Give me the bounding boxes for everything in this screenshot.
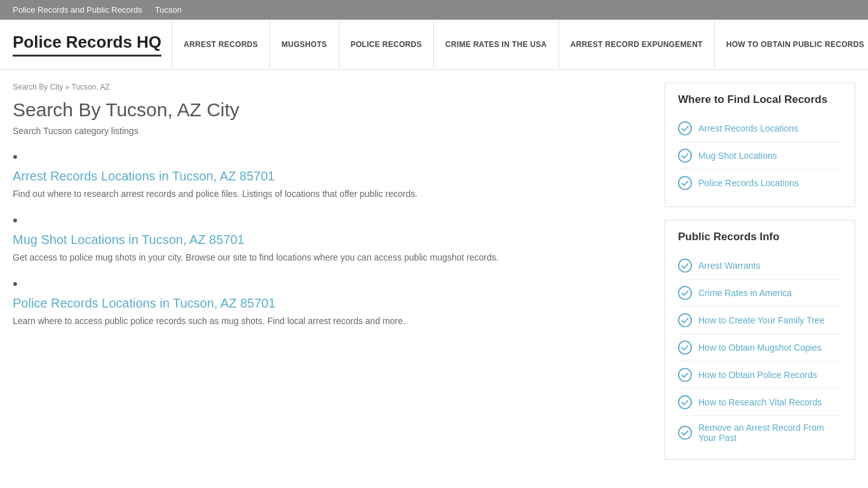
bullet-2: • [13,212,646,229]
local-link-mug-shots[interactable]: Mug Shot Locations [698,151,777,161]
main-container: Search By City » Tucson, AZ Search By Tu… [0,70,868,488]
top-bar: Police Records and Public Records Tucson [0,0,868,20]
info-link-warrants[interactable]: Arrest Warrants [698,261,761,271]
header: Police Records HQ ARREST RECORDS MUGSHOT… [0,20,868,70]
bullet-1: • [13,149,646,165]
logo-text: Police Records HQ [13,32,161,57]
entry-title-3[interactable]: Police Records Locations in Tucson, AZ 8… [13,296,646,311]
svg-point-6 [679,341,691,354]
nav-mugshots[interactable]: MUGSHOTS [270,21,339,68]
svg-point-1 [679,149,691,162]
info-link-remove-arrest[interactable]: Remove an Arrest Record From Your Past [698,423,842,443]
svg-point-8 [679,396,691,409]
check-icon-2 [678,149,692,163]
check-icon-9 [678,395,692,409]
nav-crime-rates[interactable]: CRIME RATES IN THE USA [434,21,559,68]
entry-title-1[interactable]: Arrest Records Locations in Tucson, AZ 8… [13,169,646,184]
local-link-police-records[interactable]: Police Records Locations [698,178,799,188]
check-icon-5 [678,286,692,300]
info-link-family-tree[interactable]: How to Create Your Family Tree [698,315,824,325]
breadcrumb-separator: » [65,83,72,92]
nav-expungement[interactable]: ARREST RECORD EXPUNGEMENT [559,21,715,68]
check-icon-10 [678,426,692,440]
check-icon-6 [678,313,692,327]
svg-point-9 [679,426,691,439]
svg-point-3 [679,259,691,272]
local-link-1[interactable]: Arrest Records Locations [678,115,842,142]
topbar-link-tucson[interactable]: Tucson [155,5,182,15]
check-icon-3 [678,176,692,190]
local-link-2[interactable]: Mug Shot Locations [678,142,842,170]
check-icon-7 [678,341,692,355]
local-records-title: Where to Find Local Records [678,93,842,106]
bullet-dot-2: • [13,212,18,228]
breadcrumb-parent[interactable]: Search By City [13,83,63,92]
sidebar: Where to Find Local Records Arrest Recor… [665,83,855,473]
entry-desc-1: Find out where to research arrest record… [13,187,646,201]
info-link-2[interactable]: Crime Rates in America [678,280,842,307]
svg-point-0 [679,122,691,135]
info-link-4[interactable]: How to Obtain Mugshot Copies [678,334,842,362]
content-area: Search By City » Tucson, AZ Search By Tu… [13,83,646,473]
nav-police-records[interactable]: POLICE RECORDS [339,21,434,68]
public-records-title: Public Records Info [678,231,842,243]
breadcrumb-current: Tucson, AZ [72,83,110,92]
info-link-7[interactable]: Remove an Arrest Record From Your Past [678,416,842,449]
info-link-vital-records[interactable]: How to Research Vital Records [698,397,822,407]
entry-title-2[interactable]: Mug Shot Locations in Tucson, AZ 85701 [13,233,646,247]
nav-obtain-records[interactable]: HOW TO OBTAIN PUBLIC RECORDS [715,21,868,68]
page-title: Search By Tucson, AZ City [13,99,646,121]
bullet-3: • [13,276,646,292]
info-link-mugshot-copies[interactable]: How to Obtain Mugshot Copies [698,342,822,353]
bullet-dot-3: • [13,276,18,292]
breadcrumb: Search By City » Tucson, AZ [13,83,646,92]
local-records-box: Where to Find Local Records Arrest Recor… [665,83,855,207]
entry-desc-2: Get access to police mug shots in your c… [13,251,646,264]
local-link-arrest-records[interactable]: Arrest Records Locations [698,123,798,133]
local-link-3[interactable]: Police Records Locations [678,170,842,196]
info-link-5[interactable]: How to Obtain Police Records [678,362,842,389]
bullet-dot-1: • [13,149,18,165]
svg-point-4 [679,287,691,299]
svg-point-7 [679,369,691,381]
info-link-1[interactable]: Arrest Warrants [678,252,842,280]
logo[interactable]: Police Records HQ [13,20,172,69]
check-icon-4 [678,259,692,273]
topbar-link-police-records[interactable]: Police Records and Public Records [13,5,142,15]
info-link-crime-rates[interactable]: Crime Rates in America [698,288,792,298]
nav-arrest-records[interactable]: ARREST RECORDS [172,21,270,68]
main-nav: ARREST RECORDS MUGSHOTS POLICE RECORDS C… [172,21,868,68]
check-icon-8 [678,368,692,382]
info-link-police-records[interactable]: How to Obtain Police Records [698,370,817,380]
info-link-3[interactable]: How to Create Your Family Tree [678,307,842,334]
svg-point-5 [679,314,691,327]
entry-desc-3: Learn where to access public police reco… [13,315,646,328]
check-icon-1 [678,121,692,135]
info-link-6[interactable]: How to Research Vital Records [678,389,842,416]
page-subtitle: Search Tucson category listings [13,126,646,136]
svg-point-2 [679,177,691,189]
public-records-box: Public Records Info Arrest Warrants Crim… [665,220,855,460]
